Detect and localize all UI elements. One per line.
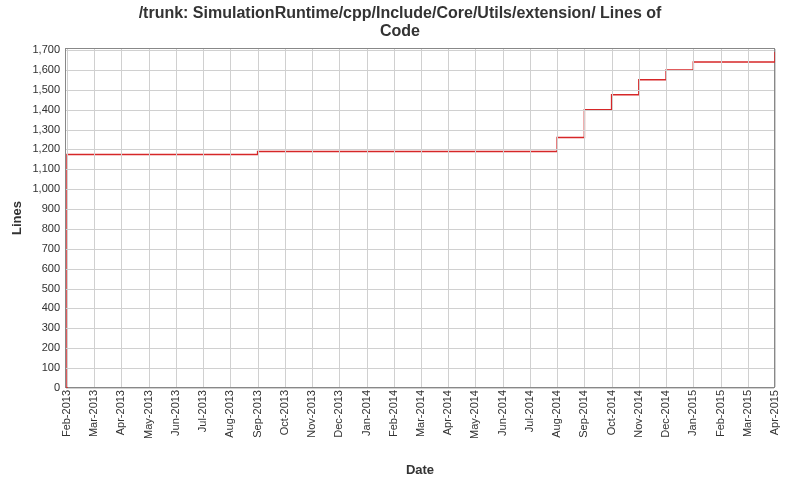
grid-line-v bbox=[612, 49, 613, 387]
grid-line-v bbox=[530, 49, 531, 387]
chart-container: /trunk: SimulationRuntime/cpp/Include/Co… bbox=[0, 0, 800, 500]
grid-line-v bbox=[121, 49, 122, 387]
x-tick-label: Mar-2013 bbox=[87, 390, 99, 437]
y-tick-label: 1,500 bbox=[5, 83, 60, 95]
line-series-svg bbox=[66, 49, 774, 387]
grid-line-h bbox=[66, 50, 774, 51]
x-tick-label: Feb-2013 bbox=[60, 390, 72, 437]
y-tick-label: 400 bbox=[5, 301, 60, 313]
grid-line-h bbox=[66, 169, 774, 170]
grid-line-v bbox=[94, 49, 95, 387]
x-tick-label: Jan-2014 bbox=[360, 390, 372, 436]
x-tick-label: Feb-2014 bbox=[387, 390, 399, 437]
grid-line-h bbox=[66, 149, 774, 150]
x-tick-label: Feb-2015 bbox=[714, 390, 726, 437]
y-tick-label: 1,100 bbox=[5, 162, 60, 174]
x-tick-label: Oct-2014 bbox=[605, 390, 617, 435]
y-tick-label: 300 bbox=[5, 321, 60, 333]
x-tick-label: Jun-2013 bbox=[169, 390, 181, 436]
y-tick-label: 500 bbox=[5, 282, 60, 294]
grid-line-h bbox=[66, 90, 774, 91]
y-tick-label: 700 bbox=[5, 242, 60, 254]
y-tick-label: 0 bbox=[5, 381, 60, 393]
grid-line-v bbox=[285, 49, 286, 387]
grid-line-v bbox=[584, 49, 585, 387]
grid-line-v bbox=[67, 49, 68, 387]
x-tick-label: May-2013 bbox=[142, 390, 154, 439]
grid-line-h bbox=[66, 209, 774, 210]
grid-line-v bbox=[448, 49, 449, 387]
grid-line-h bbox=[66, 348, 774, 349]
x-tick-label: Apr-2014 bbox=[441, 390, 453, 435]
grid-line-h bbox=[66, 308, 774, 309]
grid-line-v bbox=[721, 49, 722, 387]
grid-line-v bbox=[258, 49, 259, 387]
y-tick-label: 600 bbox=[5, 262, 60, 274]
plot-area bbox=[65, 48, 775, 388]
x-tick-label: Aug-2014 bbox=[550, 390, 562, 438]
grid-line-h bbox=[66, 328, 774, 329]
x-tick-label: Jul-2013 bbox=[196, 390, 208, 432]
x-tick-label: Nov-2013 bbox=[305, 390, 317, 438]
y-tick-label: 100 bbox=[5, 361, 60, 373]
grid-line-v bbox=[639, 49, 640, 387]
grid-line-h bbox=[66, 189, 774, 190]
x-tick-label: Aug-2013 bbox=[223, 390, 235, 438]
grid-line-v bbox=[557, 49, 558, 387]
y-tick-label: 200 bbox=[5, 341, 60, 353]
grid-line-v bbox=[775, 49, 776, 387]
grid-line-v bbox=[748, 49, 749, 387]
grid-line-v bbox=[421, 49, 422, 387]
grid-line-h bbox=[66, 388, 774, 389]
grid-line-h bbox=[66, 110, 774, 111]
grid-line-v bbox=[203, 49, 204, 387]
grid-line-h bbox=[66, 249, 774, 250]
y-tick-label: 800 bbox=[5, 222, 60, 234]
grid-line-v bbox=[312, 49, 313, 387]
grid-line-v bbox=[230, 49, 231, 387]
y-tick-label: 1,200 bbox=[5, 142, 60, 154]
grid-line-v bbox=[149, 49, 150, 387]
grid-line-v bbox=[394, 49, 395, 387]
x-tick-label: Jul-2014 bbox=[523, 390, 535, 432]
x-tick-label: Mar-2014 bbox=[414, 390, 426, 437]
x-tick-label: Dec-2014 bbox=[659, 390, 671, 438]
grid-line-h bbox=[66, 70, 774, 71]
x-tick-label: Jan-2015 bbox=[686, 390, 698, 436]
x-tick-label: Dec-2013 bbox=[332, 390, 344, 438]
x-tick-label: Jun-2014 bbox=[496, 390, 508, 436]
x-tick-label: Apr-2013 bbox=[114, 390, 126, 435]
x-tick-label: May-2014 bbox=[468, 390, 480, 439]
x-tick-label: Mar-2015 bbox=[741, 390, 753, 437]
y-tick-label: 1,000 bbox=[5, 182, 60, 194]
grid-line-v bbox=[176, 49, 177, 387]
y-tick-label: 1,600 bbox=[5, 63, 60, 75]
grid-line-v bbox=[339, 49, 340, 387]
grid-line-h bbox=[66, 269, 774, 270]
grid-line-h bbox=[66, 289, 774, 290]
grid-line-v bbox=[503, 49, 504, 387]
grid-line-h bbox=[66, 368, 774, 369]
x-tick-label: Apr-2015 bbox=[768, 390, 780, 435]
y-tick-label: 1,300 bbox=[5, 123, 60, 135]
x-tick-label: Sep-2014 bbox=[577, 390, 589, 438]
x-tick-label: Nov-2014 bbox=[632, 390, 644, 438]
x-axis-label: Date bbox=[406, 462, 434, 477]
y-tick-label: 1,700 bbox=[5, 43, 60, 55]
grid-line-h bbox=[66, 130, 774, 131]
grid-line-v bbox=[666, 49, 667, 387]
y-tick-label: 900 bbox=[5, 202, 60, 214]
grid-line-v bbox=[475, 49, 476, 387]
grid-line-h bbox=[66, 229, 774, 230]
x-tick-label: Oct-2013 bbox=[278, 390, 290, 435]
chart-title: /trunk: SimulationRuntime/cpp/Include/Co… bbox=[0, 4, 800, 40]
grid-line-v bbox=[693, 49, 694, 387]
grid-line-v bbox=[367, 49, 368, 387]
y-tick-label: 1,400 bbox=[5, 103, 60, 115]
x-tick-label: Sep-2013 bbox=[251, 390, 263, 438]
